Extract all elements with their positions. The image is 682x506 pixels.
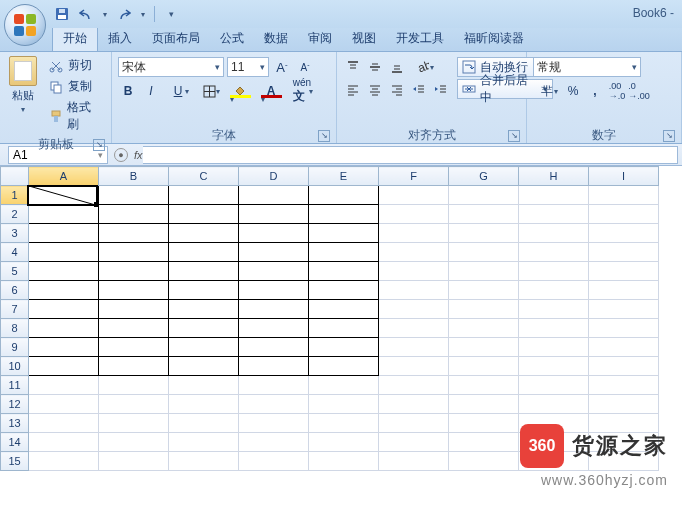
borders-button[interactable] [195,81,223,101]
cell[interactable] [379,300,449,319]
cell[interactable] [29,300,99,319]
row-header[interactable]: 15 [1,452,29,471]
cell[interactable] [519,186,589,205]
cell[interactable] [99,281,169,300]
align-middle-button[interactable] [365,57,385,77]
cell[interactable] [29,262,99,281]
undo-icon[interactable] [76,4,96,24]
cell[interactable] [169,433,239,452]
increase-decimal-button[interactable]: .00→.0 [607,81,627,101]
cell[interactable] [99,452,169,471]
row-header[interactable]: 3 [1,224,29,243]
row-header[interactable]: 14 [1,433,29,452]
cell[interactable] [309,243,379,262]
save-icon[interactable] [52,4,72,24]
cell[interactable] [239,338,309,357]
cell[interactable] [29,281,99,300]
cell[interactable] [589,205,659,224]
grow-font-button[interactable]: Aˆ [272,57,292,77]
cell[interactable] [589,319,659,338]
format-painter-button[interactable]: 格式刷 [44,98,105,134]
row-header[interactable]: 10 [1,357,29,376]
cell[interactable] [379,395,449,414]
decrease-decimal-button[interactable]: .0→.00 [629,81,649,101]
dialog-launcher-icon[interactable]: ↘ [318,130,330,142]
select-all-corner[interactable] [1,167,29,186]
cell[interactable] [169,357,239,376]
cell[interactable] [99,433,169,452]
row-header[interactable]: 11 [1,376,29,395]
underline-button[interactable]: U [164,81,192,101]
tab-7[interactable]: 开发工具 [386,26,454,51]
cell[interactable] [309,224,379,243]
cell[interactable] [449,452,519,471]
cell[interactable] [309,281,379,300]
cell[interactable] [169,452,239,471]
col-header[interactable]: H [519,167,589,186]
cell[interactable] [239,452,309,471]
cell[interactable] [169,300,239,319]
dialog-launcher-icon[interactable]: ↘ [93,139,105,151]
cell[interactable] [239,186,309,205]
align-right-button[interactable] [387,80,407,100]
cell[interactable] [99,205,169,224]
col-header[interactable]: D [239,167,309,186]
comma-button[interactable]: , [585,81,605,101]
row-header[interactable]: 6 [1,281,29,300]
col-header[interactable]: A [29,167,99,186]
row-header[interactable]: 1 [1,186,29,205]
number-format-combo[interactable]: 常规▾ [533,57,641,77]
cell[interactable] [309,452,379,471]
cell[interactable] [309,186,379,205]
tab-1[interactable]: 插入 [98,26,142,51]
cell[interactable] [169,224,239,243]
cell[interactable] [29,338,99,357]
undo-dropdown-icon[interactable]: ▾ [100,4,110,24]
redo-dropdown-icon[interactable]: ▾ [138,4,148,24]
cell[interactable] [449,224,519,243]
cell[interactable] [519,319,589,338]
cell[interactable] [449,262,519,281]
cell[interactable] [309,376,379,395]
tab-6[interactable]: 视图 [342,26,386,51]
cell[interactable] [589,224,659,243]
cell[interactable] [519,262,589,281]
orientation-button[interactable]: ab [409,57,437,77]
cell[interactable] [449,243,519,262]
cell[interactable] [589,338,659,357]
col-header[interactable]: C [169,167,239,186]
cell[interactable] [449,395,519,414]
row-header[interactable]: 8 [1,319,29,338]
cell[interactable] [99,300,169,319]
row-header[interactable]: 2 [1,205,29,224]
cell[interactable] [379,433,449,452]
cell[interactable] [309,205,379,224]
cell[interactable] [379,357,449,376]
cell[interactable] [519,205,589,224]
cell[interactable] [29,376,99,395]
cell[interactable] [519,357,589,376]
shrink-font-button[interactable]: Aˇ [295,57,315,77]
cell[interactable] [29,414,99,433]
cell[interactable] [589,186,659,205]
cell[interactable] [169,186,239,205]
tab-5[interactable]: 审阅 [298,26,342,51]
cell[interactable] [589,376,659,395]
cell[interactable] [449,357,519,376]
cell[interactable] [379,414,449,433]
cell[interactable] [99,414,169,433]
bold-button[interactable]: B [118,81,138,101]
cell[interactable] [379,452,449,471]
cell[interactable] [239,414,309,433]
row-header[interactable]: 12 [1,395,29,414]
cell[interactable] [519,338,589,357]
col-header[interactable]: I [589,167,659,186]
qat-customize-icon[interactable]: ▾ [161,4,181,24]
font-name-combo[interactable]: 宋体▾ [118,57,224,77]
cell[interactable] [99,186,169,205]
cell[interactable] [519,243,589,262]
cell[interactable] [29,319,99,338]
cell[interactable] [449,319,519,338]
fx-icon[interactable]: fx [134,149,143,161]
align-top-button[interactable] [343,57,363,77]
